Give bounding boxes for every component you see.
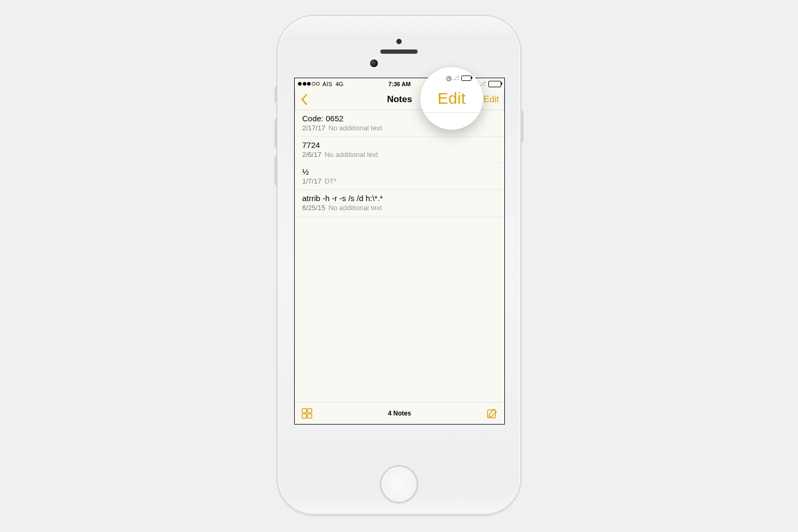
edit-button-magnifier: ⎇ Edit [420, 67, 483, 130]
back-button[interactable] [295, 89, 314, 110]
chevron-left-icon [301, 94, 308, 105]
alarm-icon [446, 76, 451, 80]
note-date: 2/17/17 [302, 124, 325, 132]
attachments-browser-button[interactable] [301, 408, 313, 419]
grid-icon [301, 408, 313, 419]
note-subtitle: 2/6/17No additional text [302, 151, 497, 159]
note-preview: DT* [325, 177, 336, 185]
compose-icon [486, 408, 498, 419]
volume-up-button [275, 119, 277, 148]
notes-count-label: 4 Notes [388, 410, 411, 417]
edit-button[interactable]: Edit [484, 94, 499, 105]
compose-button[interactable] [486, 408, 498, 419]
front-camera [370, 60, 378, 67]
note-subtitle: 6/25/15No additional text [302, 204, 497, 212]
earpiece-speaker [380, 49, 418, 54]
note-date: 1/7/17 [302, 177, 321, 185]
svg-rect-0 [302, 409, 306, 413]
iphone-frame: AIS 4G 7:36 AM ⎇ Notes Edit [277, 15, 521, 515]
note-subtitle: 1/7/17DT* [302, 177, 497, 185]
svg-rect-2 [302, 414, 306, 418]
bottom-toolbar: 4 Notes [295, 402, 504, 424]
note-row[interactable]: 77242/6/17No additional text [295, 137, 504, 163]
power-button [521, 111, 523, 143]
note-preview: No additional text [328, 124, 381, 132]
note-title: ½ [302, 167, 497, 176]
silence-switch [275, 87, 277, 103]
svg-rect-1 [307, 409, 312, 413]
note-preview: No additional text [328, 204, 381, 212]
home-button[interactable] [380, 465, 418, 503]
note-preview: No additional text [325, 151, 378, 159]
note-date: 2/6/17 [302, 151, 321, 159]
proximity-sensor [396, 39, 402, 44]
note-title: 7724 [302, 140, 497, 149]
bluetooth-icon: ⎇ [453, 74, 460, 81]
notes-list: Code: 06522/17/17No additional text77242… [295, 110, 504, 402]
note-row[interactable]: ½1/7/17DT* [295, 163, 504, 190]
svg-rect-3 [307, 414, 312, 418]
note-title: atrrib -h -r -s /s /d h:\*.* [302, 194, 497, 203]
magnifier-status-hint: ⎇ [446, 74, 471, 81]
note-row[interactable]: atrrib -h -r -s /s /d h:\*.*6/25/15No ad… [295, 190, 504, 217]
screen: AIS 4G 7:36 AM ⎇ Notes Edit [294, 78, 505, 425]
edit-button-zoomed[interactable]: Edit [438, 89, 466, 107]
magnifier-divider [420, 112, 483, 113]
volume-down-button [275, 156, 277, 185]
note-date: 6/25/15 [302, 204, 325, 212]
battery-icon [488, 81, 501, 87]
battery-icon [461, 76, 471, 81]
